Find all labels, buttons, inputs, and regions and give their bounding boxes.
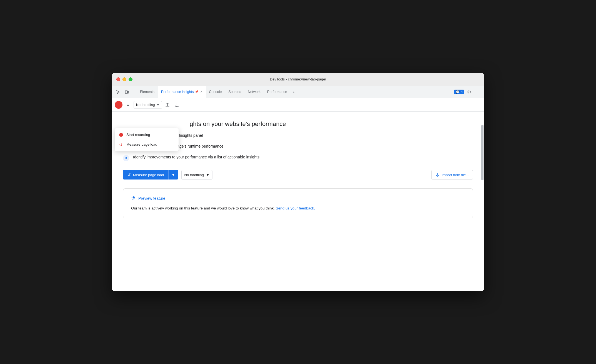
tab-sources[interactable]: Sources — [225, 86, 244, 98]
dropdown-arrow-button[interactable]: ▲ — [124, 101, 132, 109]
more-options-icon[interactable]: ⋮ — [474, 88, 482, 96]
tab-divider — [133, 89, 133, 95]
tab-bar-right: 💬 3 ⚙ ⋮ — [454, 88, 482, 96]
content-area: Start recording ↺ Measure page load ghts… — [112, 112, 484, 291]
tab-close-icon[interactable]: ✕ — [200, 90, 202, 93]
chat-icon: 💬 — [456, 90, 460, 94]
import-from-file-button[interactable]: Import from file... — [431, 170, 473, 180]
download-icon[interactable] — [173, 101, 181, 109]
measure-dropdown-button[interactable]: ▼ — [168, 170, 178, 180]
dropdown-menu: Start recording ↺ Measure page load — [115, 128, 179, 151]
measure-page-load-label: Measure page load — [126, 142, 157, 146]
page-heading: ghts on your website's performance — [190, 120, 473, 128]
chat-count: 3 — [461, 90, 462, 94]
refresh-icon: ↺ — [119, 143, 123, 146]
step-text-3: Identify improvements to your performanc… — [133, 155, 259, 159]
import-btn-label: Import from file... — [442, 173, 469, 177]
refresh-btn-icon: ↺ — [127, 173, 131, 177]
tab-console[interactable]: Console — [206, 86, 225, 98]
preview-title: Preview feature — [138, 196, 165, 201]
chevron-down-icon-2: ▼ — [171, 173, 175, 177]
preview-text: Our team is actively working on this fea… — [131, 205, 465, 211]
throttle-main-label: No throttling — [184, 173, 204, 177]
chat-badge[interactable]: 💬 3 — [454, 90, 464, 94]
svg-rect-0 — [125, 91, 127, 93]
tab-bar-icons — [114, 88, 134, 96]
record-button[interactable] — [115, 101, 122, 109]
minimize-button[interactable] — [122, 77, 126, 81]
throttle-label: No throttling — [136, 103, 155, 107]
window-title: DevTools - chrome://new-tab-page/ — [270, 77, 326, 81]
title-bar: DevTools - chrome://new-tab-page/ — [112, 73, 484, 86]
measure-btn-label: Measure page load — [133, 173, 164, 177]
cursor-icon[interactable] — [114, 88, 122, 96]
throttle-select-main[interactable]: No throttling ▼ — [181, 170, 213, 180]
device-icon[interactable] — [123, 88, 131, 96]
step-number-3: 3 — [123, 155, 129, 161]
measure-btn-group: ↺ Measure page load ▼ — [123, 170, 178, 180]
preview-header: ⚗ Preview feature — [131, 195, 465, 201]
record-dot-icon — [119, 133, 123, 137]
settings-icon[interactable]: ⚙ — [465, 88, 473, 96]
upload-icon[interactable] — [164, 101, 171, 109]
devtools-window: DevTools - chrome://new-tab-page/ — [112, 73, 484, 291]
tab-elements[interactable]: Elements — [137, 86, 158, 98]
flask-icon: ⚗ — [131, 195, 136, 201]
tab-performance-insights[interactable]: Performance insights 📌 ✕ — [158, 86, 206, 98]
tab-performance[interactable]: Performance — [264, 86, 291, 98]
tab-bar: Elements Performance insights 📌 ✕ Consol… — [112, 86, 484, 98]
measure-page-load-item[interactable]: ↺ Measure page load — [115, 140, 179, 149]
chevron-down-icon: ▼ — [156, 103, 159, 107]
preview-feature-box: ⚗ Preview feature Our team is actively w… — [123, 188, 473, 218]
traffic-lights — [116, 77, 132, 81]
measure-page-load-button[interactable]: ↺ Measure page load — [123, 170, 168, 180]
throttle-select-toolbar[interactable]: No throttling ▼ — [134, 101, 162, 109]
start-recording-item[interactable]: Start recording — [115, 130, 179, 140]
action-bar: ↺ Measure page load ▼ No throttling ▼ — [123, 170, 473, 180]
tab-network[interactable]: Network — [244, 86, 264, 98]
scrollbar[interactable] — [481, 125, 484, 180]
list-item: 3 Identify improvements to your performa… — [123, 155, 473, 161]
chevron-down-icon-3: ▼ — [206, 173, 210, 177]
svg-rect-1 — [127, 91, 129, 93]
feedback-link[interactable]: Send us your feedback. — [276, 206, 315, 210]
more-tabs-button[interactable]: » — [291, 86, 297, 98]
start-recording-label: Start recording — [126, 133, 150, 137]
devtools-body: Elements Performance insights 📌 ✕ Consol… — [112, 86, 484, 291]
maximize-button[interactable] — [129, 77, 132, 81]
toolbar: ▲ No throttling ▼ — [112, 98, 484, 112]
close-button[interactable] — [116, 77, 120, 81]
pin-icon: 📌 — [195, 90, 198, 93]
